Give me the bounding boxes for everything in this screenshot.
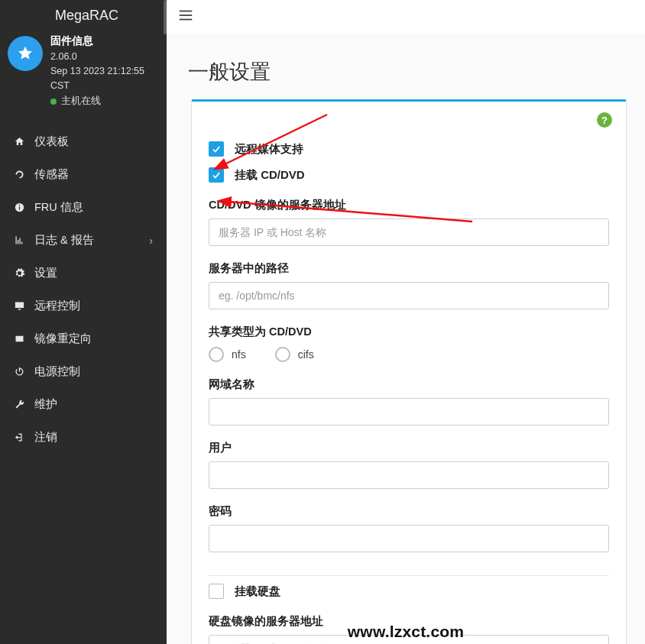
sidebar-item-dashboard[interactable]: 仪表板 — [0, 125, 167, 158]
sidebar-item-power[interactable]: 电源控制 — [0, 355, 167, 388]
firmware-heading: 固件信息 — [50, 33, 156, 50]
gear-icon — [14, 267, 25, 279]
radio-cifs-label: cifs — [298, 348, 314, 361]
server-path-label: 服务器中的路径 — [209, 261, 609, 276]
settings-card: ? 远程媒体支持 挂载 CD/DVD CD/DVD 镜像的服务器地址 服务器中的… — [191, 99, 627, 644]
sidebar-item-remote[interactable]: 远程控制 — [0, 290, 167, 322]
sidebar-item-label: 设置 — [34, 266, 57, 280]
avatar — [8, 36, 43, 71]
sidebar-item-label: 日志 & 报告 — [34, 233, 94, 248]
menu-toggle-button[interactable] — [177, 7, 194, 27]
checkbox-mount-hdd[interactable] — [209, 584, 224, 599]
brand-title: MegaRAC — [0, 0, 167, 27]
sidebar-item-fru[interactable]: FRU 信息 — [0, 191, 167, 224]
sidebar-item-label: 电源控制 — [34, 364, 80, 379]
sidebar-item-label: 仪表板 — [34, 134, 69, 149]
logout-icon — [14, 432, 25, 443]
domain-input[interactable] — [209, 398, 609, 426]
monitor-icon — [14, 300, 25, 312]
page-title: 一般设置 — [188, 58, 645, 86]
sidebar-item-label: 注销 — [34, 430, 57, 445]
main: 一般设置 ? 远程媒体支持 挂载 CD/DVD CD/DVD 镜像的服务器地址 … — [167, 0, 645, 644]
checkbox-remote-media-label: 远程媒体支持 — [235, 142, 303, 157]
sidebar-item-label: 镜像重定向 — [34, 332, 92, 346]
status-dot-icon — [50, 99, 57, 105]
radio-nfs[interactable] — [209, 347, 224, 362]
hdd-server-label: 硬盘镜像的服务器地址 — [209, 614, 609, 629]
sidebar-item-settings[interactable]: 设置 — [0, 257, 167, 290]
sidebar-item-label: 远程控制 — [34, 299, 80, 313]
sidebar-item-label: 维护 — [34, 397, 57, 412]
drive-icon — [14, 333, 25, 345]
svg-rect-1 — [19, 206, 20, 209]
check-icon — [211, 144, 222, 154]
chevron-right-icon: › — [149, 235, 153, 247]
sidebar-item-sensor[interactable]: 传感器 — [0, 158, 167, 191]
wrench-icon — [14, 399, 25, 410]
power-icon — [14, 366, 25, 377]
sidebar: MegaRAC 固件信息 2.06.0 Sep 13 2023 21:12:55… — [0, 0, 167, 644]
checkbox-remote-media[interactable] — [209, 141, 224, 157]
password-label: 密码 — [209, 504, 609, 519]
chart-icon — [14, 235, 25, 246]
hdd-server-input[interactable] — [209, 635, 609, 644]
checkbox-mount-cddvd-label: 挂载 CD/DVD — [235, 168, 305, 183]
checkbox-mount-hdd-label: 挂载硬盘 — [235, 584, 280, 599]
sidebar-item-label: 传感器 — [34, 167, 69, 182]
cddvd-server-input[interactable] — [209, 218, 609, 246]
checkbox-mount-cddvd[interactable] — [209, 167, 224, 183]
server-path-input[interactable] — [209, 282, 609, 309]
radio-nfs-label: nfs — [232, 348, 246, 361]
gauge-icon — [14, 169, 25, 180]
divider — [209, 575, 609, 576]
radio-cifs[interactable] — [275, 347, 290, 362]
info-icon — [14, 202, 25, 213]
cddvd-server-label: CD/DVD 镜像的服务器地址 — [209, 198, 609, 212]
user-input[interactable] — [209, 461, 609, 489]
sidebar-nav: 仪表板 传感器 FRU 信息 日志 & 报告 › 设置 远程控制 — [0, 125, 167, 454]
topbar — [167, 0, 645, 34]
password-input[interactable] — [209, 525, 609, 552]
hamburger-icon — [177, 7, 194, 24]
star-icon — [17, 45, 34, 62]
sidebar-item-image-redirect[interactable]: 镜像重定向 — [0, 322, 167, 355]
check-icon — [211, 170, 222, 180]
user-label: 用户 — [209, 441, 609, 455]
firmware-version: 2.06.0 — [50, 50, 156, 64]
firmware-timestamp: Sep 13 2023 21:12:55 CST — [50, 64, 156, 94]
domain-label: 网域名称 — [209, 377, 609, 392]
share-type-label: 共享类型为 CD/DVD — [209, 325, 609, 339]
firmware-info: 固件信息 2.06.0 Sep 13 2023 21:12:55 CST 主机在… — [0, 27, 167, 121]
checkbox-mount-hdd-row[interactable]: 挂载硬盘 — [209, 584, 609, 599]
sidebar-item-logs[interactable]: 日志 & 报告 › — [0, 224, 167, 257]
host-status-text: 主机在线 — [61, 94, 101, 108]
svg-rect-2 — [19, 205, 20, 205]
help-icon[interactable]: ? — [597, 112, 612, 128]
checkbox-mount-cddvd-row[interactable]: 挂载 CD/DVD — [209, 167, 609, 183]
checkbox-remote-media-row[interactable]: 远程媒体支持 — [209, 141, 609, 157]
sidebar-item-maintenance[interactable]: 维护 — [0, 388, 167, 421]
home-icon — [14, 136, 25, 147]
sidebar-item-logout[interactable]: 注销 — [0, 421, 167, 454]
sidebar-item-label: FRU 信息 — [34, 200, 83, 215]
